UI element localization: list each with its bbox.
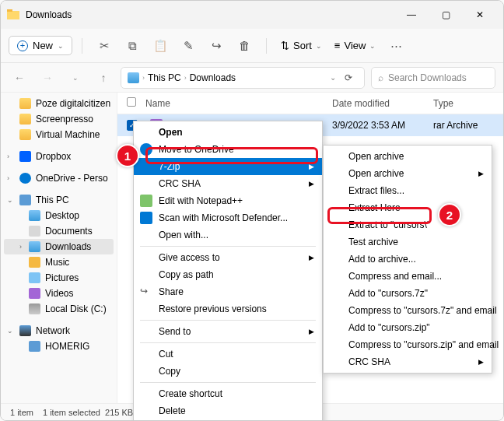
col-name[interactable]: Name <box>145 98 332 109</box>
paste-icon[interactable]: 📋 <box>148 39 173 53</box>
ctx-copypath[interactable]: Copy as path <box>134 266 322 283</box>
share-icon[interactable]: ↪ <box>204 39 229 53</box>
ctx-crc[interactable]: CRC SHA▶ <box>134 175 322 192</box>
ctx-shortcut[interactable]: Create shortcut <box>134 385 322 402</box>
ctx2-extracthere[interactable]: Extract Here <box>324 199 492 216</box>
refresh-button[interactable]: ⟳ <box>339 72 358 83</box>
cut-icon[interactable]: ✂ <box>92 39 117 53</box>
new-label: New <box>33 40 53 51</box>
col-date[interactable]: Date modified <box>332 98 433 109</box>
sidebar-item-thispc[interactable]: ⌄This PC <box>1 192 117 208</box>
ctx2-extractto[interactable]: Extract to "cursors\" <box>324 216 492 233</box>
ctx2-test[interactable]: Test archive <box>324 233 492 251</box>
up-button[interactable]: ↑ <box>93 72 114 84</box>
search-input[interactable]: ⌕ Search Downloads <box>371 67 495 89</box>
status-items: 1 item <box>10 408 33 417</box>
ctx-open[interactable]: Open <box>134 124 322 141</box>
sidebar-item-screenpresso[interactable]: Screenpresso <box>1 111 117 127</box>
ctx2-compressemail[interactable]: Compress and email... <box>324 268 492 285</box>
col-type[interactable]: Type <box>433 98 503 109</box>
ctx-defender[interactable]: Scan with Microsoft Defender... <box>134 209 322 226</box>
context-menu: Open Move to OneDrive 7-Zip▶ CRC SHA▶ Ed… <box>133 121 323 421</box>
ctx-restore[interactable]: Restore previous versions <box>134 300 322 318</box>
new-button[interactable]: + New ⌄ <box>9 36 72 55</box>
ctx-copy[interactable]: Copy <box>134 363 322 380</box>
ctx2-addarchive[interactable]: Add to archive... <box>324 251 492 268</box>
context-submenu: Open archive Open archive▶ Extract files… <box>323 145 492 374</box>
window-title: Downloads <box>26 9 394 20</box>
maximize-button[interactable]: ▢ <box>429 1 463 29</box>
sidebar-item-pictures[interactable]: Pictures <box>1 270 117 286</box>
sidebar-item-disk[interactable]: Local Disk (C:) <box>1 301 117 317</box>
ctx2-compresszip[interactable]: Compress to "cursors.zip" and email <box>324 336 492 353</box>
badge-1: 1 <box>116 144 139 167</box>
sidebar-item-desktop[interactable]: Desktop <box>1 208 117 223</box>
breadcrumb-pc[interactable]: This PC <box>148 72 181 83</box>
sidebar-item-vm[interactable]: Virtual Machine <box>1 127 117 142</box>
delete-icon[interactable]: 🗑 <box>232 39 257 52</box>
download-icon <box>128 72 139 83</box>
sidebar-item-documents[interactable]: Documents <box>1 223 117 239</box>
sidebar-item-dropbox[interactable]: ›Dropbox <box>1 149 117 164</box>
sidebar: Poze digitalcitizen Screenpresso Virtual… <box>1 93 117 403</box>
sidebar-item-downloads[interactable]: ›Downloads <box>4 239 114 254</box>
sidebar-item-music[interactable]: Music <box>1 254 117 270</box>
ctx-notepad[interactable]: Edit with Notepad++ <box>134 192 322 209</box>
ctx-delete[interactable]: Delete <box>134 402 322 419</box>
sort-button[interactable]: ⇅ Sort ⌄ <box>276 40 327 51</box>
breadcrumb[interactable]: › This PC › Downloads ⌄ ⟳ <box>121 67 365 89</box>
ctx2-openarchive[interactable]: Open archive <box>324 148 492 165</box>
selectall-checkbox[interactable] <box>127 97 136 107</box>
more-button[interactable]: ⋯ <box>383 39 408 53</box>
svg-rect-1 <box>7 9 12 12</box>
copy-icon[interactable]: ⧉ <box>120 39 145 53</box>
close-button[interactable]: ✕ <box>463 1 497 29</box>
status-size: 215 KB <box>105 408 133 417</box>
ctx-cut[interactable]: Cut <box>134 346 322 363</box>
sidebar-item-homerig[interactable]: HOMERIG <box>1 339 117 354</box>
folder-icon <box>7 9 19 21</box>
file-date: 3/9/2022 3:53 AM <box>332 120 433 131</box>
ctx-7zip[interactable]: 7-Zip▶ <box>134 158 322 175</box>
minimize-button[interactable]: ― <box>394 1 429 29</box>
search-placeholder: Search Downloads <box>388 72 467 83</box>
ctx2-compress7z[interactable]: Compress to "cursors.7z" and email <box>324 302 492 319</box>
ctx-giveaccess[interactable]: Give access to▶ <box>134 249 322 266</box>
status-selected: 1 item selected <box>43 408 100 417</box>
rename-icon[interactable]: ✎ <box>176 39 201 53</box>
up-button[interactable]: ⌄ <box>65 74 86 82</box>
ctx-sendto[interactable]: Send to▶ <box>134 323 322 340</box>
badge-2: 2 <box>438 203 461 226</box>
ctx2-extractfiles[interactable]: Extract files... <box>324 182 492 199</box>
sidebar-item-network[interactable]: ⌄Network <box>1 323 117 339</box>
separator <box>266 38 267 54</box>
ctx2-crcsha[interactable]: CRC SHA▶ <box>324 353 492 370</box>
sidebar-item-poze[interactable]: Poze digitalcitizen <box>1 96 117 111</box>
chevron-down-icon: ⌄ <box>58 42 64 50</box>
sidebar-item-videos[interactable]: Videos <box>1 286 117 301</box>
forward-button[interactable]: → <box>37 72 58 84</box>
back-button[interactable]: ← <box>9 72 30 84</box>
ctx-share[interactable]: ↪Share <box>134 283 322 300</box>
search-icon: ⌕ <box>378 72 383 83</box>
ctx-openwith[interactable]: Open with... <box>134 226 322 244</box>
view-button[interactable]: ≡ View ⌄ <box>330 40 381 51</box>
file-type: rar Archive <box>433 120 503 131</box>
ctx2-openarchive-sub[interactable]: Open archive▶ <box>324 165 492 182</box>
ctx2-add7z[interactable]: Add to "cursors.7z" <box>324 285 492 302</box>
plus-icon: + <box>17 40 28 51</box>
ctx2-addzip[interactable]: Add to "cursors.zip" <box>324 319 492 336</box>
svg-rect-0 <box>7 11 19 19</box>
sidebar-item-onedrive[interactable]: ›OneDrive - Perso <box>1 170 117 186</box>
column-header[interactable]: Name Date modified Type <box>117 93 503 114</box>
breadcrumb-downloads[interactable]: Downloads <box>190 72 236 83</box>
separator <box>82 38 82 54</box>
ctx-move-onedrive[interactable]: Move to OneDrive <box>134 141 322 158</box>
